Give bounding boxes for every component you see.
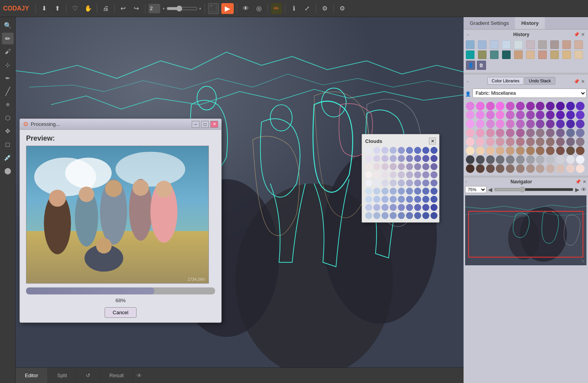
history-swatch[interactable]: [550, 50, 559, 59]
color-lib-swatch[interactable]: [476, 120, 485, 128]
color-lib-swatch[interactable]: [476, 111, 485, 119]
color-lib-swatch[interactable]: [556, 146, 565, 155]
visibility-button[interactable]: 👁: [240, 3, 251, 14]
color-lib-swatch[interactable]: [556, 138, 565, 146]
color-lib-swatch[interactable]: [516, 111, 525, 119]
navigator-pin-icon[interactable]: 📌: [575, 179, 581, 185]
history-swatch[interactable]: [538, 50, 547, 59]
circle-tool-button[interactable]: ◎: [254, 3, 264, 14]
color-lib-swatch[interactable]: [536, 155, 544, 164]
undo-button[interactable]: ↩: [118, 3, 129, 14]
clouds-swatch[interactable]: [382, 188, 388, 195]
clouds-swatch[interactable]: [398, 163, 405, 170]
clouds-swatch[interactable]: [406, 196, 413, 203]
color-lib-swatch[interactable]: [526, 120, 535, 128]
color-lib-close-icon[interactable]: ✕: [581, 79, 585, 84]
color-lib-swatch[interactable]: [496, 146, 504, 155]
clouds-swatch[interactable]: [422, 204, 429, 211]
history-swatch[interactable]: [574, 50, 583, 59]
clouds-close-button[interactable]: ✕: [429, 138, 436, 144]
clouds-swatch[interactable]: [390, 212, 397, 219]
color-lib-swatch[interactable]: [526, 155, 535, 164]
color-lib-swatch[interactable]: [576, 146, 584, 155]
color-lib-swatch[interactable]: [576, 111, 584, 119]
color-lib-swatch[interactable]: [466, 138, 474, 146]
clouds-swatch[interactable]: [365, 212, 372, 219]
clouds-swatch[interactable]: [365, 163, 372, 170]
clouds-swatch[interactable]: [422, 163, 429, 170]
color-lib-swatch[interactable]: [536, 111, 544, 119]
history-swatch[interactable]: [502, 50, 511, 59]
color-lib-swatch[interactable]: [546, 120, 555, 128]
clouds-swatch[interactable]: [414, 171, 421, 178]
clouds-swatch[interactable]: [422, 212, 429, 219]
color-lib-swatch[interactable]: [576, 138, 584, 146]
clouds-swatch[interactable]: [406, 179, 413, 186]
tab-rotate[interactable]: ↺: [77, 368, 100, 383]
color-lib-swatch[interactable]: [486, 120, 495, 128]
color-lib-swatch[interactable]: [466, 129, 474, 137]
clouds-swatch[interactable]: [390, 204, 397, 211]
brush-size-slider[interactable]: [166, 5, 198, 12]
zoom-slider[interactable]: [494, 186, 574, 193]
history-swatch[interactable]: [490, 40, 499, 49]
color-lib-swatch[interactable]: [526, 129, 535, 137]
color-lib-swatch[interactable]: [506, 102, 514, 110]
color-lib-swatch[interactable]: [576, 129, 584, 137]
heart-button[interactable]: ♡: [70, 3, 80, 14]
clouds-swatch[interactable]: [406, 155, 413, 162]
clouds-swatch[interactable]: [373, 179, 380, 186]
history-swatch[interactable]: [490, 50, 499, 59]
layer-mask-button[interactable]: ⬛: [208, 3, 219, 14]
color-lib-swatch[interactable]: [546, 102, 555, 110]
clouds-swatch[interactable]: [373, 204, 380, 211]
color-lib-swatch[interactable]: [546, 155, 555, 164]
clouds-swatch[interactable]: [430, 179, 438, 186]
color-lib-swatch[interactable]: [516, 155, 525, 164]
clouds-swatch[interactable]: [398, 204, 405, 211]
clouds-swatch[interactable]: [382, 171, 388, 178]
clouds-swatch[interactable]: [382, 196, 388, 203]
clouds-swatch[interactable]: [382, 179, 388, 186]
color-lib-swatch[interactable]: [506, 155, 514, 164]
color-lib-swatch[interactable]: [476, 138, 485, 146]
color-lib-swatch[interactable]: [466, 111, 474, 119]
select-tool-button[interactable]: ⊹: [2, 59, 14, 71]
color-lib-swatch[interactable]: [496, 129, 504, 137]
clouds-swatch[interactable]: [365, 147, 372, 154]
color-lib-swatch[interactable]: [506, 164, 514, 173]
clouds-swatch[interactable]: [365, 196, 372, 203]
clouds-swatch[interactable]: [430, 155, 438, 162]
color-lib-swatch[interactable]: [576, 164, 584, 173]
clouds-swatch[interactable]: [390, 196, 397, 203]
history-swatch[interactable]: [466, 50, 474, 59]
clouds-swatch[interactable]: [365, 179, 372, 186]
clouds-swatch[interactable]: [398, 155, 405, 162]
tab-undo-stack[interactable]: Undo Stack: [525, 77, 555, 85]
clouds-swatch[interactable]: [406, 147, 413, 154]
color-lib-swatch[interactable]: [496, 164, 504, 173]
clouds-swatch[interactable]: [414, 212, 421, 219]
navigator-close-icon[interactable]: ✕: [583, 179, 586, 185]
clouds-swatch[interactable]: [414, 163, 421, 170]
color-lib-swatch[interactable]: [566, 146, 575, 155]
clouds-swatch[interactable]: [430, 147, 438, 154]
tab-result[interactable]: Result: [100, 368, 133, 383]
clouds-swatch[interactable]: [390, 163, 397, 170]
clouds-swatch[interactable]: [414, 147, 421, 154]
navigator-resize-icon[interactable]: ⤡: [581, 258, 585, 264]
clouds-swatch[interactable]: [430, 196, 438, 203]
color-lib-swatch[interactable]: [546, 164, 555, 173]
clouds-swatch[interactable]: [373, 196, 380, 203]
color-lib-swatch[interactable]: [516, 146, 525, 155]
clouds-swatch[interactable]: [406, 212, 413, 219]
redo-button[interactable]: ↪: [131, 3, 142, 14]
history-swatch[interactable]: [550, 40, 559, 49]
processing-close-button[interactable]: ✕: [210, 121, 218, 128]
clouds-swatch[interactable]: [398, 171, 405, 178]
color-lib-swatch[interactable]: [526, 102, 535, 110]
color-lib-swatch[interactable]: [556, 102, 565, 110]
color-lib-collapse[interactable]: −: [467, 80, 469, 84]
settings-button[interactable]: ⚙: [319, 3, 330, 14]
history-delete-icon[interactable]: 🗑: [477, 61, 486, 70]
